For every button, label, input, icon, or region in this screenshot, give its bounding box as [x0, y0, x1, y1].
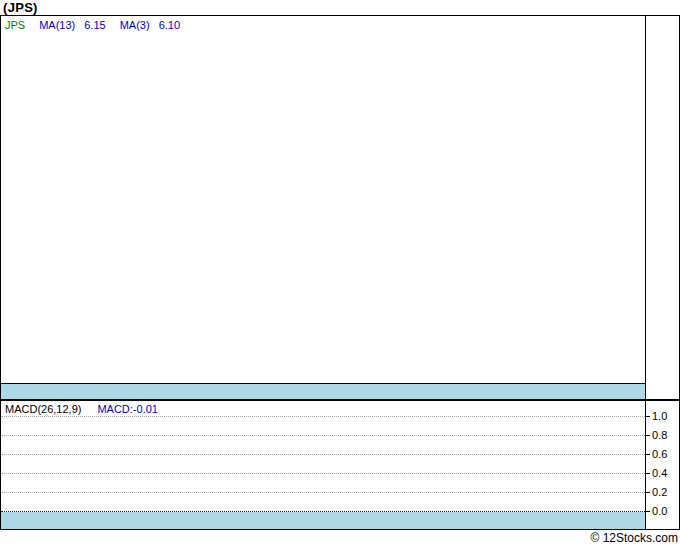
axis-tick — [645, 435, 650, 436]
macd-legend: MACD(26,12,9)MACD:-0.01 — [5, 403, 158, 415]
axis-tick — [645, 492, 650, 493]
axis-tick — [645, 473, 650, 474]
macd-axis-label: 0.2 — [652, 486, 678, 499]
legend-ma3-label: MA(3) — [120, 19, 150, 31]
legend-ma3: MA(3)6.10 — [120, 19, 180, 31]
macd-bottom-band — [1, 512, 645, 529]
copyright-credit: © 12Stocks.com — [0, 531, 678, 545]
axis-tick — [645, 511, 650, 512]
volume-band — [1, 383, 645, 399]
legend-ma13: MA(13)6.15 — [39, 19, 105, 31]
macd-gridline-0.4 — [1, 473, 645, 474]
macd-axis-label: 0.8 — [652, 429, 678, 442]
price-chart-panel — [0, 15, 680, 400]
page-title: (JPS) — [3, 0, 38, 15]
macd-gridline-0.2 — [1, 492, 645, 493]
macd-axis-label: 0.6 — [652, 448, 678, 461]
legend-symbol: JPS — [5, 19, 25, 31]
macd-axis-label: 0.4 — [652, 467, 678, 480]
macd-indicator-label: MACD(26,12,9) — [5, 403, 81, 415]
macd-gridline-0.6 — [1, 454, 645, 455]
stock-chart-page: (JPS) JPSMA(13)6.15MA(3)6.10 MACD(26,12,… — [0, 0, 680, 546]
legend-ma13-label: MA(13) — [39, 19, 75, 31]
legend-ma13-value: 6.15 — [84, 19, 105, 31]
right-axis-divider — [645, 15, 646, 530]
macd-axis-label: 1.0 — [652, 410, 678, 423]
price-chart-legend: JPSMA(13)6.15MA(3)6.10 — [5, 19, 194, 31]
axis-tick — [645, 416, 650, 417]
macd-indicator-value: MACD:-0.01 — [97, 403, 158, 415]
macd-gridline-0.8 — [1, 435, 645, 436]
axis-tick — [645, 454, 650, 455]
macd-axis-label: 0.0 — [652, 505, 678, 518]
macd-gridline-1.0 — [1, 416, 645, 417]
legend-ma3-value: 6.10 — [159, 19, 180, 31]
